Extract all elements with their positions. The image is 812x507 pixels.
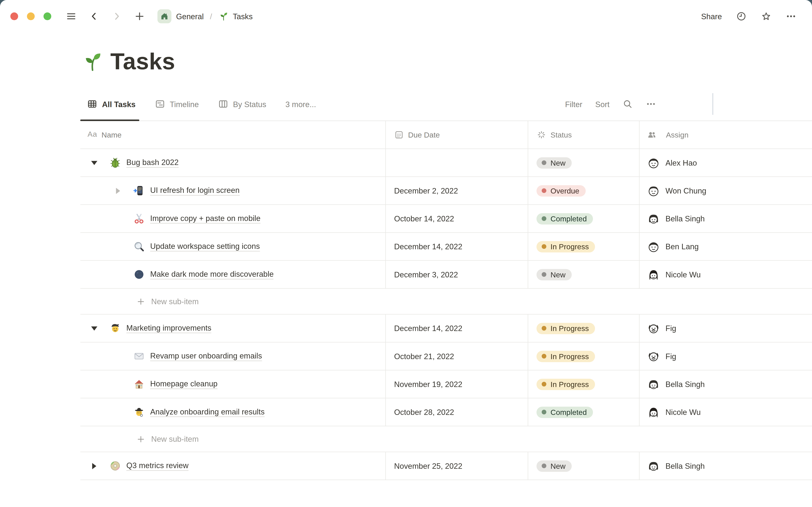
- tab-3-more[interactable]: 3 more...: [282, 88, 320, 121]
- row-toggle[interactable]: [112, 184, 124, 197]
- task-name-link[interactable]: Marketing improvements: [126, 324, 211, 333]
- due-date-cell[interactable]: December 3, 2022: [385, 261, 527, 289]
- teamspace-home-icon[interactable]: [157, 9, 171, 23]
- favorite-star-icon[interactable]: [761, 11, 772, 21]
- zoom-window-button[interactable]: [44, 12, 51, 20]
- status-badge: New: [537, 269, 572, 280]
- status-cell[interactable]: New: [528, 261, 639, 289]
- status-cell[interactable]: Completed: [528, 398, 639, 426]
- task-name-link[interactable]: Q3 metrics review: [126, 461, 189, 471]
- history-clock-icon[interactable]: [736, 11, 747, 21]
- assign-cell[interactable]: Bella Singh: [639, 452, 812, 480]
- status-badge: In Progress: [537, 241, 595, 252]
- nav-forward-icon[interactable]: [111, 11, 122, 21]
- task-name-link[interactable]: Homepage cleanup: [150, 379, 217, 389]
- minimize-window-button[interactable]: [27, 12, 35, 20]
- task-name-link[interactable]: Improve copy + paste on mobile: [150, 214, 260, 224]
- search-icon[interactable]: [622, 99, 633, 109]
- status-cell[interactable]: In Progress: [528, 342, 639, 370]
- task-name-link[interactable]: UI refresh for login screen: [150, 186, 240, 195]
- table-row-revamp-user-onboarding-emails: Revamp user onboarding emailsOctober 21,…: [80, 342, 812, 370]
- task-name-link[interactable]: Update workspace setting icons: [150, 242, 260, 251]
- status-cell[interactable]: New: [528, 452, 639, 480]
- assign-cell[interactable]: Bella Singh: [639, 370, 812, 398]
- status-dot-icon: [542, 463, 546, 468]
- new-button[interactable]: New: [670, 93, 713, 115]
- due-date-cell[interactable]: October 14, 2022: [385, 205, 527, 233]
- status-badge: New: [537, 460, 572, 471]
- column-header-name[interactable]: AaName: [80, 121, 385, 149]
- assignee-name: Bella Singh: [665, 461, 705, 470]
- assign-cell[interactable]: Nicole Wu: [639, 398, 812, 426]
- column-header-label: Status: [550, 130, 572, 139]
- assignee-name: Nicole Wu: [665, 270, 701, 279]
- calendar-icon: [394, 130, 404, 140]
- column-header-due-date[interactable]: Due Date: [385, 121, 527, 149]
- due-date-cell[interactable]: December 14, 2022: [385, 233, 527, 261]
- assign-cell[interactable]: Fig: [639, 342, 812, 370]
- row-toggle-spacer: [112, 212, 124, 225]
- row-toggle[interactable]: [88, 460, 100, 472]
- nav-back-icon[interactable]: [89, 11, 99, 21]
- close-window-button[interactable]: [10, 12, 18, 20]
- status-dot-icon: [542, 326, 546, 331]
- column-header-status[interactable]: Status: [528, 121, 639, 149]
- task-name-link[interactable]: Bug bash 2022: [126, 158, 179, 168]
- assign-cell[interactable]: Bella Singh: [639, 205, 812, 233]
- due-date-cell[interactable]: November 19, 2022: [385, 370, 527, 398]
- assign-cell[interactable]: Won Chung: [639, 177, 812, 205]
- hamburger-menu-icon[interactable]: [66, 11, 77, 21]
- triangle-right-icon: [116, 187, 120, 194]
- more-options-icon[interactable]: [785, 11, 796, 21]
- status-cell[interactable]: New: [528, 149, 639, 177]
- assign-cell[interactable]: Fig: [639, 315, 812, 342]
- tab-timeline[interactable]: Timeline: [151, 88, 203, 121]
- new-button-dropdown[interactable]: [713, 93, 731, 115]
- new-sub-item-label: New sub-item: [151, 297, 199, 306]
- due-date-value: October 14, 2022: [394, 214, 454, 223]
- status-cell[interactable]: Overdue: [528, 177, 639, 205]
- new-page-icon[interactable]: [134, 11, 145, 21]
- row-toggle-spacer: [112, 378, 124, 390]
- tab-all-tasks[interactable]: All Tasks: [80, 88, 139, 121]
- task-name-cell: Homepage cleanup: [80, 370, 385, 398]
- column-header-label: Assign: [666, 130, 689, 139]
- row-toggle[interactable]: [88, 157, 100, 169]
- status-cell[interactable]: In Progress: [528, 370, 639, 398]
- task-name-cell: UI refresh for login screen: [80, 177, 385, 205]
- due-date-cell[interactable]: October 28, 2022: [385, 398, 527, 426]
- assign-cell[interactable]: Ben Lang: [639, 233, 812, 261]
- share-button[interactable]: Share: [701, 12, 722, 20]
- due-date-cell[interactable]: [385, 149, 527, 177]
- task-name-link[interactable]: Make dark mode more discoverable: [150, 270, 273, 279]
- avatar: [647, 212, 660, 225]
- new-sub-item-button[interactable]: New sub-item: [80, 426, 812, 452]
- column-header-assign[interactable]: Assign: [639, 121, 812, 149]
- status-cell[interactable]: Completed: [528, 205, 639, 233]
- due-date-cell[interactable]: December 2, 2022: [385, 177, 527, 205]
- due-date-cell[interactable]: November 25, 2022: [385, 452, 527, 480]
- due-date-cell[interactable]: October 21, 2022: [385, 342, 527, 370]
- task-name-link[interactable]: Revamp user onboarding emails: [150, 351, 262, 361]
- row-toggle[interactable]: [88, 322, 100, 334]
- avatar: [647, 405, 660, 419]
- sort-button[interactable]: Sort: [595, 100, 609, 108]
- task-name-link[interactable]: Analyze onboarding email results: [150, 407, 264, 417]
- new-sub-item-button[interactable]: New sub-item: [80, 289, 812, 315]
- status-cell[interactable]: In Progress: [528, 233, 639, 261]
- assign-cell[interactable]: Nicole Wu: [639, 261, 812, 289]
- breadcrumb-space[interactable]: General: [176, 12, 204, 20]
- row-toggle-spacer: [112, 268, 124, 281]
- phone-arrow-emoji: [133, 184, 145, 197]
- task-name-cell: Update workspace setting icons: [80, 233, 385, 261]
- status-cell[interactable]: In Progress: [528, 315, 639, 342]
- table-row-bug-bash-2022: Bug bash 2022NewAlex Hao: [80, 149, 812, 177]
- spinner-icon: [537, 130, 546, 140]
- assign-cell[interactable]: Alex Hao: [639, 149, 812, 177]
- filter-button[interactable]: Filter: [565, 100, 582, 108]
- triangle-down-icon: [91, 161, 97, 165]
- due-date-cell[interactable]: December 14, 2022: [385, 315, 527, 342]
- breadcrumb-page[interactable]: Tasks: [233, 12, 253, 20]
- view-more-icon[interactable]: [646, 99, 656, 109]
- tab-by-status[interactable]: By Status: [214, 88, 270, 121]
